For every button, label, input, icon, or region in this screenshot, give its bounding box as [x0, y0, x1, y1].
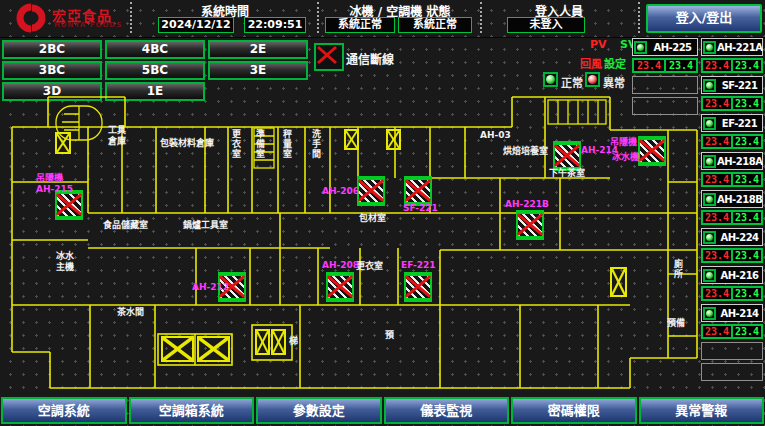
room-label: 準備室 [254, 129, 264, 159]
unit-AH-218A[interactable]: AH-218A [701, 152, 763, 170]
sv-value: 23.4 [732, 287, 762, 300]
vent-icon [161, 336, 194, 362]
header-divider [130, 2, 132, 33]
empty-slot [632, 76, 698, 94]
system-date-value: 2024/12/12 [158, 17, 234, 33]
unit-AH-225[interactable]: AH-225 [632, 38, 698, 56]
unit-column-right: AH-221A23.423.4SF-22123.423.4EF-22123.42… [701, 38, 763, 384]
system-time-value: 22:09:51 [244, 17, 306, 33]
room-label: 預 [385, 331, 394, 341]
unit-values-AH-218B: 23.423.4 [701, 210, 763, 225]
unit-EF-221[interactable]: EF-221 [701, 114, 763, 132]
unit-values-SF-221: 23.423.4 [701, 96, 763, 111]
room-label: 冰水機 [612, 153, 639, 163]
equipment-icon[interactable] [357, 176, 385, 206]
vent-icon [386, 129, 401, 150]
sv-value: 23.4 [732, 97, 762, 110]
room-label: 預備 [667, 319, 685, 329]
unit-AH-224[interactable]: AH-224 [701, 228, 763, 246]
unit-SF-221[interactable]: SF-221 [701, 76, 763, 94]
sv-value: 23.4 [665, 59, 697, 72]
room-label: AH-212 [192, 283, 229, 293]
unit-name-label: SF-221 [717, 80, 762, 91]
pv-value: 23.4 [702, 325, 732, 338]
brand-logo-icon [10, 3, 50, 33]
pv-value: 23.4 [702, 59, 732, 72]
floorplan: 工具倉庫包裝材料倉庫更衣室準備室秤量室洗手間AH-03烘焙培養室下午茶室包材室食… [0, 36, 700, 396]
unit-name-label: AH-221A [717, 42, 762, 53]
ahu-status-value: 系統正常 [398, 17, 472, 33]
room-label: AH-208 [322, 261, 359, 271]
unit-values-EF-221: 23.423.4 [701, 134, 763, 149]
unit-name-label: EF-221 [717, 118, 762, 129]
room-label: 更衣室 [356, 262, 383, 272]
empty-slot [701, 342, 763, 360]
room-label: 工具 [108, 126, 126, 136]
room-label: 下午茶室 [549, 169, 585, 179]
header-divider [480, 2, 482, 33]
nav-button[interactable]: 密碼權限 [511, 397, 637, 424]
header-divider [638, 2, 640, 33]
chiller-status-value: 系統正常 [325, 17, 395, 33]
equipment-icon[interactable] [404, 176, 432, 206]
empty-slot [632, 97, 698, 115]
nav-button[interactable]: 參數設定 [256, 397, 382, 424]
unit-AH-216[interactable]: AH-216 [701, 266, 763, 284]
room-label: 秤量室 [281, 129, 291, 159]
room-label: AH-221B [505, 200, 549, 210]
hmi-screen: 宏亞食品 HUNYA FOODS 系統時間 2024/12/12 22:09:5… [0, 0, 765, 426]
status-lamp [703, 307, 716, 320]
unit-name-label: AH-218B [717, 194, 762, 205]
room-label: 洗手間 [310, 129, 320, 159]
status-lamp [703, 269, 716, 282]
status-lamp [703, 155, 716, 168]
room-label: SF-221 [403, 204, 438, 214]
equipment-icon[interactable] [553, 141, 581, 171]
room-label: 包裝材料倉庫 [160, 139, 214, 149]
vent-icon [271, 329, 286, 355]
pv-value: 23.4 [702, 249, 732, 262]
equipment-icon[interactable] [516, 210, 544, 240]
unit-values-AH-214: 23.423.4 [701, 324, 763, 339]
unit-values-AH-216: 23.423.4 [701, 286, 763, 301]
status-lamp [703, 231, 716, 244]
room-label: 主機 [56, 263, 74, 273]
unit-name-label: AH-225 [648, 42, 697, 53]
sv-value: 23.4 [732, 59, 762, 72]
vent-icon [55, 132, 71, 154]
room-label: AH-206 [322, 187, 359, 197]
nav-button[interactable]: 儀表監視 [384, 397, 510, 424]
login-user-value: 未登入 [507, 17, 585, 33]
unit-values-AH-224: 23.423.4 [701, 248, 763, 263]
nav-button[interactable]: 空調箱系統 [129, 397, 255, 424]
sv-value: 23.4 [732, 211, 762, 224]
status-lamp [703, 117, 716, 130]
floorplan-walls [0, 36, 700, 396]
pv-value: 23.4 [702, 135, 732, 148]
pv-value: 23.4 [702, 97, 732, 110]
status-lamp [703, 79, 716, 92]
room-label: 冰水 [56, 252, 74, 262]
bottom-nav: 空調系統空調箱系統參數設定儀表監視密碼權限異常警報 [0, 397, 765, 424]
login-logout-button[interactable]: 登入/登出 [646, 4, 762, 33]
pv-value: 23.4 [702, 287, 732, 300]
nav-button[interactable]: 空調系統 [1, 397, 127, 424]
room-label: 更衣室 [230, 129, 240, 159]
unit-AH-218B[interactable]: AH-218B [701, 190, 763, 208]
room-label: AH-215 [36, 185, 73, 195]
nav-button[interactable]: 異常警報 [639, 397, 765, 424]
header-divider [317, 2, 319, 33]
sv-value: 23.4 [732, 135, 762, 148]
pv-value: 23.4 [633, 59, 665, 72]
status-lamp [634, 41, 647, 54]
equipment-icon[interactable] [638, 136, 666, 166]
equipment-icon[interactable] [326, 272, 354, 302]
equipment-icon[interactable] [404, 272, 432, 302]
sv-value: 23.4 [732, 249, 762, 262]
status-lamp [703, 193, 716, 206]
unit-AH-221A[interactable]: AH-221A [701, 38, 763, 56]
room-label: 烘焙培養室 [503, 147, 548, 157]
sv-value: 23.4 [732, 173, 762, 186]
unit-AH-214[interactable]: AH-214 [701, 304, 763, 322]
unit-column-left: AH-22523.423.4 [632, 38, 698, 118]
